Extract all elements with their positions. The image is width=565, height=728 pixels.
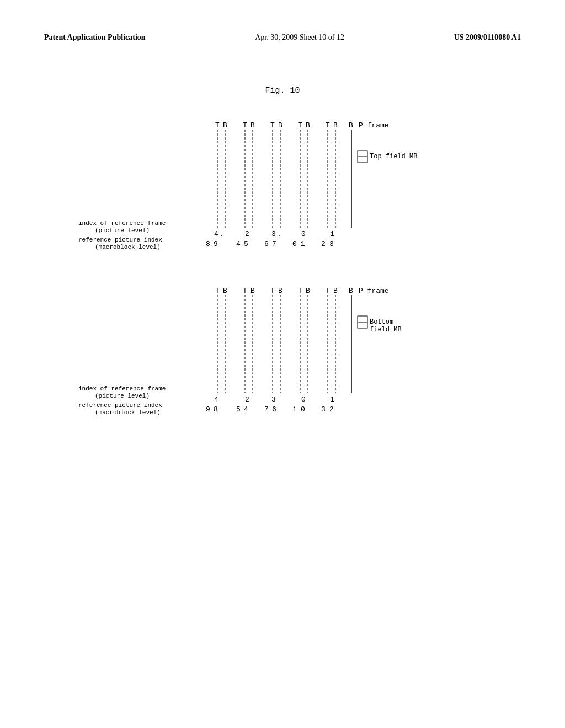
svg-text:0: 0 bbox=[301, 395, 306, 404]
svg-text:2: 2 bbox=[329, 405, 334, 414]
svg-text:1: 1 bbox=[292, 405, 297, 414]
svg-text:index of reference frame: index of reference frame bbox=[78, 386, 166, 392]
svg-text:8: 8 bbox=[206, 240, 210, 248]
svg-text:P frame: P frame bbox=[359, 121, 389, 130]
svg-text:8: 8 bbox=[214, 405, 218, 414]
svg-text:B: B bbox=[333, 287, 338, 295]
svg-text:Bottom: Bottom bbox=[370, 318, 393, 326]
top-diagram-svg: T B T B T B T B T B B P frame bbox=[73, 117, 492, 277]
header-date-sheet: Apr. 30, 2009 Sheet 10 of 12 bbox=[255, 33, 344, 42]
svg-text:T: T bbox=[243, 121, 247, 130]
svg-text:(picture level): (picture level) bbox=[95, 227, 150, 234]
svg-text:2: 2 bbox=[321, 240, 326, 248]
svg-text:(macroblock level): (macroblock level) bbox=[95, 244, 161, 250]
svg-text:5: 5 bbox=[244, 240, 248, 248]
page: Patent Application Publication Apr. 30, … bbox=[0, 0, 565, 728]
svg-text:B: B bbox=[333, 121, 338, 130]
svg-text:index of reference frame: index of reference frame bbox=[78, 220, 166, 227]
figure-title: Fig. 10 bbox=[44, 86, 521, 95]
svg-text:B: B bbox=[250, 121, 255, 130]
svg-text:B: B bbox=[250, 287, 255, 295]
svg-text:B: B bbox=[278, 121, 282, 130]
svg-text:4: 4 bbox=[244, 405, 248, 414]
svg-text:7: 7 bbox=[264, 405, 269, 414]
svg-text:9: 9 bbox=[206, 405, 210, 414]
svg-text:reference picture index: reference picture index bbox=[78, 402, 162, 409]
svg-text:4: 4 bbox=[236, 240, 241, 248]
svg-text:P frame: P frame bbox=[359, 287, 389, 295]
svg-text:4: 4 bbox=[214, 230, 218, 238]
svg-text:4: 4 bbox=[214, 395, 218, 404]
svg-text:B: B bbox=[306, 121, 310, 130]
svg-text:0: 0 bbox=[301, 405, 305, 414]
svg-text:7: 7 bbox=[272, 240, 276, 248]
svg-text:T: T bbox=[270, 287, 275, 295]
svg-text:T: T bbox=[243, 287, 247, 295]
header-publication-label: Patent Application Publication bbox=[44, 33, 146, 42]
svg-text:1: 1 bbox=[301, 240, 305, 248]
svg-text:0: 0 bbox=[292, 240, 297, 248]
svg-text:(macroblock level): (macroblock level) bbox=[95, 409, 161, 416]
svg-text:6: 6 bbox=[272, 405, 276, 414]
svg-text:Top field MB: Top field MB bbox=[370, 153, 417, 160]
svg-text:3: 3 bbox=[329, 240, 334, 248]
svg-text:3: 3 bbox=[321, 405, 326, 414]
svg-text:B: B bbox=[306, 287, 310, 295]
svg-text:.: . bbox=[277, 230, 281, 238]
svg-text:5: 5 bbox=[236, 405, 241, 414]
svg-text:3: 3 bbox=[271, 230, 276, 238]
svg-text:0: 0 bbox=[301, 230, 306, 238]
svg-text:T: T bbox=[215, 121, 220, 130]
svg-text:reference picture index: reference picture index bbox=[78, 237, 162, 243]
svg-text:B: B bbox=[278, 287, 282, 295]
svg-text:T: T bbox=[270, 121, 275, 130]
svg-text:B: B bbox=[223, 121, 227, 130]
svg-text:T: T bbox=[326, 121, 330, 130]
svg-text:T: T bbox=[215, 287, 220, 295]
diagram-container: T B T B T B T B T B B P frame bbox=[73, 117, 492, 443]
header-patent-number: US 2009/0110080 A1 bbox=[454, 33, 521, 42]
svg-text:6: 6 bbox=[264, 240, 269, 248]
svg-text:1: 1 bbox=[330, 395, 334, 404]
svg-text:field MB: field MB bbox=[370, 326, 402, 334]
svg-text:B: B bbox=[223, 287, 227, 295]
svg-text:B: B bbox=[349, 121, 353, 130]
svg-text:.: . bbox=[220, 230, 224, 238]
svg-text:(picture level): (picture level) bbox=[95, 393, 150, 399]
svg-text:2: 2 bbox=[245, 395, 249, 404]
svg-text:T: T bbox=[326, 287, 330, 295]
header: Patent Application Publication Apr. 30, … bbox=[44, 33, 521, 42]
bottom-diagram-svg: T B T B T B T B T B B P frame bbox=[73, 283, 492, 443]
svg-text:3: 3 bbox=[271, 395, 276, 404]
svg-text:9: 9 bbox=[214, 240, 218, 248]
svg-text:2: 2 bbox=[245, 230, 249, 238]
svg-text:1: 1 bbox=[330, 230, 334, 238]
svg-text:T: T bbox=[298, 287, 302, 295]
svg-text:T: T bbox=[298, 121, 302, 130]
svg-text:B: B bbox=[349, 287, 353, 295]
